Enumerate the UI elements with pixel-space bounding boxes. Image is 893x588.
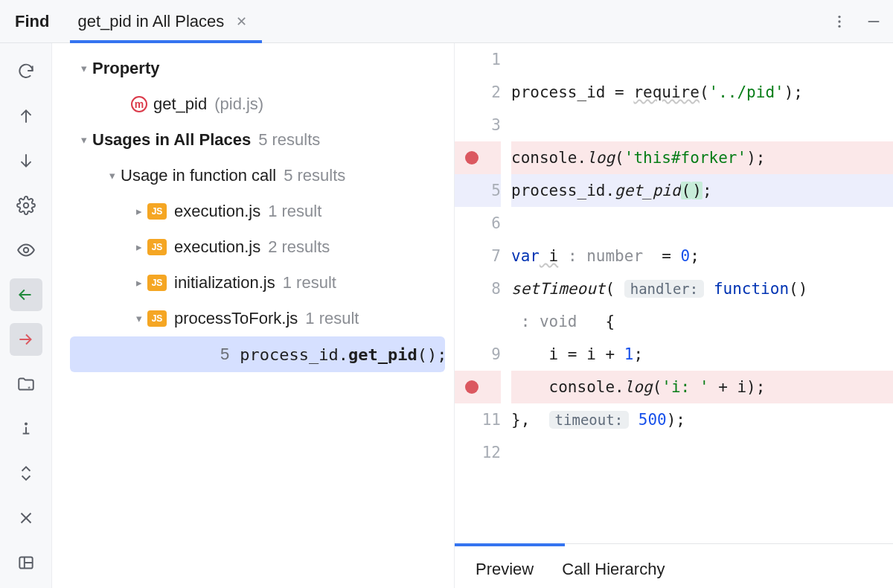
find-tab[interactable]: get_pid in All Places ✕ bbox=[77, 0, 255, 42]
js-file-icon: JS bbox=[147, 310, 167, 327]
gutter-line[interactable] bbox=[455, 305, 501, 338]
gutter-line[interactable] bbox=[455, 141, 501, 174]
chevron-down-icon[interactable]: ▾ bbox=[104, 169, 121, 182]
file-name: execution.js bbox=[174, 237, 260, 257]
gutter-line[interactable] bbox=[455, 371, 501, 403]
editor-pane: 1 2 3 5 6 7 8 9 11 12 process_id = req bbox=[454, 43, 893, 588]
function-call-count: 5 results bbox=[284, 166, 345, 185]
editor-gutter[interactable]: 1 2 3 5 6 7 8 9 11 12 bbox=[455, 43, 511, 543]
find-header: Find get_pid in All Places ✕ bbox=[0, 0, 893, 43]
next-occurrence-icon[interactable] bbox=[10, 144, 42, 177]
gutter-line[interactable]: 12 bbox=[455, 436, 501, 469]
gutter-line[interactable]: 7 bbox=[455, 240, 501, 272]
tree-node-property[interactable]: ▾ Property bbox=[52, 51, 454, 86]
file-count: 2 results bbox=[268, 237, 330, 257]
more-options-icon[interactable] bbox=[825, 7, 854, 36]
find-toolbar: * bbox=[0, 43, 52, 588]
editor-bottom-tabs: Preview Call Hierarchy bbox=[455, 543, 893, 588]
chevron-down-icon[interactable]: ▾ bbox=[76, 133, 92, 147]
tree-node-file[interactable]: ▸ JS execution.js 1 result bbox=[52, 194, 454, 229]
chevron-down-icon[interactable]: ▾ bbox=[76, 62, 92, 75]
gutter-line[interactable]: 3 bbox=[455, 109, 501, 141]
tab-preview[interactable]: Preview bbox=[476, 560, 534, 588]
chevron-down-icon[interactable]: ▾ bbox=[131, 312, 147, 325]
chevron-right-icon[interactable]: ▸ bbox=[131, 276, 147, 290]
tree-node-property-item[interactable]: m get_pid (pid.js) bbox=[52, 86, 454, 122]
tab-call-hierarchy[interactable]: Call Hierarchy bbox=[562, 560, 665, 588]
settings-icon[interactable] bbox=[10, 189, 42, 222]
tree-node-file[interactable]: ▸ JS execution.js 2 results bbox=[52, 229, 454, 265]
tree-node-usages[interactable]: ▾ Usages in All Places 5 results bbox=[52, 122, 454, 158]
file-count: 1 result bbox=[283, 273, 336, 293]
function-call-header: Usage in function call bbox=[121, 166, 276, 185]
gutter-line[interactable]: 8 bbox=[455, 272, 501, 305]
usages-tree[interactable]: ▾ Property m get_pid (pid.js) ▾ Usages i… bbox=[52, 43, 454, 588]
js-file-icon: JS bbox=[147, 239, 167, 255]
svg-point-12 bbox=[25, 423, 26, 424]
rerun-icon[interactable] bbox=[10, 55, 42, 88]
svg-point-2 bbox=[838, 25, 840, 27]
file-count: 1 result bbox=[268, 202, 321, 221]
chevron-right-icon[interactable]: ▸ bbox=[131, 240, 147, 254]
prev-occurrence-icon[interactable] bbox=[10, 100, 42, 132]
tree-node-usage-selected[interactable]: 5 process_id.get_pid(); bbox=[70, 336, 445, 372]
info-icon[interactable] bbox=[10, 412, 42, 445]
file-name: initialization.js bbox=[174, 273, 275, 293]
expand-collapse-icon[interactable] bbox=[10, 457, 42, 490]
gutter-line[interactable]: 1 bbox=[455, 43, 501, 76]
preview-icon[interactable] bbox=[10, 234, 42, 266]
tool-window-title: Find bbox=[15, 12, 49, 31]
usages-count: 5 results bbox=[258, 130, 320, 150]
new-folder-icon[interactable]: * bbox=[10, 368, 42, 400]
find-tab-label: get_pid in All Places bbox=[77, 12, 224, 31]
property-file: (pid.js) bbox=[214, 95, 263, 114]
file-name: execution.js bbox=[174, 202, 260, 221]
tree-node-file[interactable]: ▸ JS initialization.js 1 result bbox=[52, 265, 454, 301]
chevron-right-icon[interactable]: ▸ bbox=[131, 205, 147, 218]
remove-icon[interactable] bbox=[10, 502, 42, 534]
gutter-line[interactable]: 9 bbox=[455, 338, 501, 371]
property-name: get_pid bbox=[153, 95, 207, 114]
svg-point-1 bbox=[838, 20, 840, 22]
code-content[interactable]: process_id = require('../pid'); console.… bbox=[511, 43, 893, 543]
code-editor[interactable]: 1 2 3 5 6 7 8 9 11 12 process_id = req bbox=[455, 43, 893, 543]
layout-icon[interactable] bbox=[10, 546, 42, 579]
gutter-line[interactable]: 11 bbox=[455, 403, 501, 436]
usage-line-number: 5 bbox=[220, 345, 229, 364]
gutter-line[interactable]: 5 bbox=[455, 174, 501, 207]
tree-node-function-call[interactable]: ▾ Usage in function call 5 results bbox=[52, 158, 454, 194]
gutter-line[interactable]: 2 bbox=[455, 76, 501, 109]
method-icon: m bbox=[131, 96, 147, 112]
import-icon[interactable] bbox=[10, 323, 42, 356]
export-icon[interactable] bbox=[10, 278, 42, 311]
file-name: processToFork.js bbox=[174, 309, 298, 328]
svg-point-0 bbox=[838, 15, 840, 17]
minimize-icon[interactable] bbox=[859, 7, 889, 36]
svg-point-7 bbox=[23, 248, 28, 253]
close-icon[interactable]: ✕ bbox=[236, 13, 247, 30]
js-file-icon: JS bbox=[147, 203, 167, 220]
tab-active-indicator bbox=[455, 543, 565, 546]
breakpoint-icon[interactable] bbox=[465, 380, 478, 394]
tree-node-file[interactable]: ▾ JS processToFork.js 1 result bbox=[52, 301, 454, 336]
svg-text:*: * bbox=[28, 384, 31, 392]
breakpoint-icon[interactable] bbox=[465, 151, 478, 164]
js-file-icon: JS bbox=[147, 275, 167, 291]
svg-point-6 bbox=[23, 203, 28, 208]
file-count: 1 result bbox=[305, 309, 359, 328]
gutter-line[interactable]: 6 bbox=[455, 207, 501, 240]
property-header: Property bbox=[92, 59, 159, 78]
usage-code: process_id.get_pid(); bbox=[240, 345, 446, 364]
usages-header: Usages in All Places bbox=[92, 130, 251, 150]
